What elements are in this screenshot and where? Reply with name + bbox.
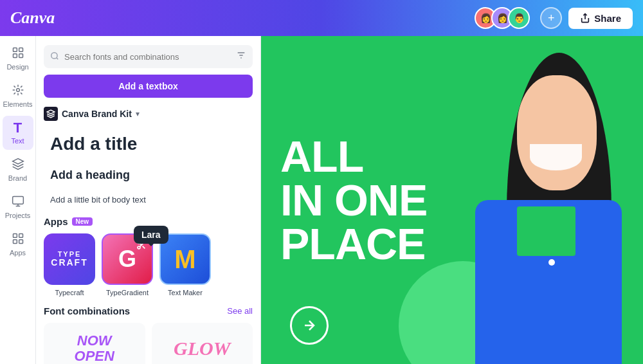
- font-combinations-header: Font combinations See all: [44, 305, 253, 316]
- typegradient-label: TypeGradient: [106, 289, 149, 296]
- svg-rect-6: [13, 234, 17, 238]
- sidebar-item-apps-label: Apps: [10, 249, 26, 257]
- add-heading-button[interactable]: Add a heading: [44, 163, 253, 187]
- hero-line-1: ALL: [280, 134, 427, 178]
- svg-point-15: [138, 246, 140, 249]
- app-textmaker[interactable]: M Text Maker: [159, 233, 211, 296]
- svg-rect-5: [12, 197, 23, 205]
- brand-kit-label: Canva Brand Kit: [62, 109, 132, 119]
- avatar-3: 👨: [508, 7, 530, 29]
- lara-tooltip: Lara: [134, 226, 168, 244]
- header-right: 👩 👩 👨 + Share: [475, 7, 633, 29]
- text-panel: Add a textbox Canva Brand Kit ▾ Add a ti…: [36, 36, 261, 364]
- svg-rect-0: [13, 48, 17, 52]
- apps-title-row: Apps New: [44, 216, 93, 227]
- svg-rect-8: [13, 240, 17, 244]
- sidebar-item-brand-label: Brand: [8, 174, 27, 182]
- svg-point-4: [16, 89, 19, 92]
- font-combinations-title-row: Font combinations: [44, 305, 130, 316]
- sidebar-item-design-label: Design: [6, 63, 28, 71]
- svg-rect-3: [19, 54, 23, 58]
- projects-icon: [12, 195, 24, 210]
- sidebar-item-apps[interactable]: Apps: [3, 227, 33, 262]
- brand-icon: [12, 158, 24, 172]
- search-input[interactable]: [64, 52, 231, 62]
- add-collaborator-button[interactable]: +: [540, 7, 562, 29]
- hero-text: ALL IN ONE PLACE: [280, 134, 427, 266]
- sidebar-item-brand[interactable]: Brand: [3, 152, 33, 187]
- add-body-button[interactable]: Add a little bit of body text: [44, 191, 253, 208]
- sidebar-item-design[interactable]: Design: [3, 41, 33, 76]
- sidebar: Design Elements T Text Brand Projects: [0, 36, 36, 364]
- text-icon: T: [14, 121, 22, 135]
- avatar-group: 👩 👩 👨: [475, 7, 530, 29]
- brand-kit-row[interactable]: Canva Brand Kit ▾: [44, 107, 253, 121]
- elements-icon: [12, 84, 24, 98]
- sidebar-item-projects[interactable]: Projects: [3, 190, 33, 224]
- arrow-circle-button[interactable]: [290, 306, 329, 345]
- brand-kit-icon: [44, 107, 58, 121]
- svg-rect-1: [19, 48, 23, 52]
- see-all-link[interactable]: See all: [227, 306, 253, 316]
- svg-rect-9: [19, 240, 23, 244]
- hero-line-2: IN ONE: [280, 178, 427, 222]
- design-icon: [12, 46, 24, 61]
- typecraft-label: Typecraft: [55, 289, 84, 296]
- canvas-area[interactable]: ALL IN ONE PLACE: [261, 36, 643, 364]
- search-bar[interactable]: [44, 45, 253, 68]
- typecraft-icon: TYPE CRAFT: [44, 233, 95, 285]
- sidebar-item-text[interactable]: T Text: [3, 116, 33, 150]
- add-title-button[interactable]: Add a title: [44, 129, 253, 159]
- new-badge: New: [72, 217, 93, 226]
- arrow-right-icon: [302, 318, 317, 333]
- svg-rect-2: [13, 54, 17, 58]
- app-header: Canva 👩 👩 👨 + Share: [0, 0, 643, 36]
- apps-section-title: Apps: [44, 216, 68, 227]
- share-button[interactable]: Share: [568, 8, 633, 29]
- sidebar-item-text-label: Text: [11, 137, 24, 145]
- canva-logo: Canva: [10, 8, 55, 28]
- share-icon: [580, 13, 590, 23]
- main-layout: Design Elements T Text Brand Projects: [0, 36, 643, 364]
- sidebar-item-elements-label: Elements: [3, 100, 33, 108]
- canvas-content: ALL IN ONE PLACE: [261, 36, 643, 364]
- font-combinations-title: Font combinations: [44, 305, 130, 316]
- font-combo-now-open[interactable]: NOWOPEN: [44, 323, 145, 364]
- textmaker-label: Text Maker: [168, 289, 203, 296]
- chevron-down-icon: ▾: [136, 109, 140, 118]
- sidebar-item-elements[interactable]: Elements: [3, 78, 33, 113]
- sidebar-item-projects-label: Projects: [5, 212, 31, 219]
- apps-grid: Lara TYPE CRAFT Typecraft G TypeGradient: [44, 233, 253, 296]
- apps-icon: [12, 232, 24, 247]
- svg-rect-7: [19, 234, 23, 238]
- filter-icon[interactable]: [236, 50, 246, 63]
- search-icon: [50, 51, 59, 62]
- app-typecraft[interactable]: TYPE CRAFT Typecraft: [44, 233, 95, 296]
- svg-line-17: [143, 246, 145, 249]
- add-textbox-button[interactable]: Add a textbox: [44, 75, 253, 98]
- hero-line-3: PLACE: [280, 222, 427, 266]
- font-combo-glow[interactable]: GLOW: [152, 323, 253, 364]
- svg-point-10: [51, 52, 57, 58]
- font-combos-grid: NOWOPEN GLOW: [44, 323, 253, 364]
